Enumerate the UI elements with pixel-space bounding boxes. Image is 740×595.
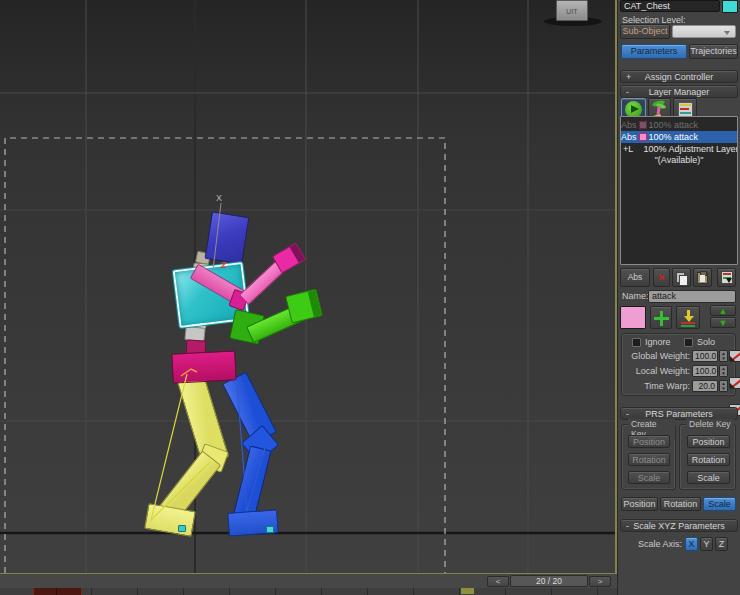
layer-weights-group: Ignore Solo Global Weight: 100.0 ▲ ▼ Loc… (621, 333, 736, 396)
global-weight-field[interactable]: 100.0 (692, 350, 718, 362)
layer-row-attack-selected[interactable]: Abs100% attack (621, 131, 737, 143)
layer-type-label: Abs (621, 120, 637, 130)
ignore-checkbox[interactable] (632, 338, 641, 347)
delete-key-title: Delete Key (686, 419, 734, 429)
layer-name-field[interactable]: attack (648, 290, 736, 303)
scale-axis-x-button-active[interactable]: X (685, 537, 698, 551)
layer-color-icon (639, 121, 647, 129)
sub-object-button[interactable]: Sub-Object (620, 24, 670, 39)
delete-icon: × (654, 269, 669, 285)
scale-axis-label: Scale Axis: (632, 539, 682, 549)
layer-name-label: 100% attack (649, 132, 699, 142)
create-key-group: Create Key Position Rotation Scale (621, 424, 676, 490)
layer-name-label: Name: (622, 291, 649, 301)
layer-color-icon (639, 133, 647, 141)
time-position-marker (461, 588, 474, 594)
solo-label: Solo (697, 337, 715, 347)
local-weight-label: Local Weight: (624, 365, 690, 377)
spinner-down-icon[interactable]: ▼ (720, 356, 727, 361)
layer-type-label: +L (623, 144, 633, 154)
create-key-position-button[interactable]: Position (628, 435, 670, 448)
viewport[interactable]: UIT X Z (0, 0, 615, 573)
import-down-arrow-icon (677, 307, 699, 328)
track-bar[interactable] (0, 588, 617, 595)
layer-row-adjustment[interactable]: +L 100% Adjustment Layer "(Available)" (621, 143, 737, 165)
object-color-swatch[interactable] (722, 0, 738, 13)
next-frame-button[interactable]: > (589, 576, 611, 587)
layer-type-label: Abs (621, 132, 637, 142)
prs-scale-button-active[interactable]: Scale (703, 497, 736, 511)
prs-rotation-button[interactable]: Rotation (660, 497, 701, 511)
time-warp-field[interactable]: 20.0 (692, 380, 718, 392)
rig-blue-ankle-marker (266, 526, 274, 533)
local-weight-field[interactable]: 100.0 (692, 365, 718, 377)
copy-icon (676, 272, 687, 284)
delete-key-group: Delete Key Position Rotation Scale (679, 424, 736, 490)
rollout-layer-manager[interactable]: - Layer Manager (620, 85, 738, 98)
layer-row-ghost: Abs100% attack (621, 119, 737, 131)
viewport-grid (0, 0, 615, 573)
keyframe-markers (33, 588, 82, 595)
ignore-label: Ignore (645, 337, 671, 347)
layer-color-swatch[interactable] (620, 306, 646, 329)
copy-layer-button[interactable] (672, 268, 691, 287)
distant-scene-object[interactable]: UIT (556, 0, 588, 21)
rollout-collapse-icon: - (626, 86, 629, 98)
rollout-title: PRS Parameters (645, 409, 713, 419)
global-weight-label: Global Weight: (624, 350, 690, 362)
object-name-field[interactable]: CAT_Chest (620, 0, 720, 12)
tab-parameters[interactable]: Parameters (621, 44, 687, 59)
scale-axis-z-button[interactable]: Z (715, 537, 728, 551)
collapse-layers-icon (721, 271, 733, 284)
rig-yellow-ankle-marker (178, 525, 186, 532)
rollout-scale-xyz-parameters[interactable]: - Scale XYZ Parameters (620, 519, 738, 532)
tab-trajectories[interactable]: Trajectories (689, 44, 738, 59)
rollout-title: Scale XYZ Parameters (633, 521, 725, 531)
insert-layer-button[interactable] (676, 306, 700, 329)
create-key-rotation-button[interactable]: Rotation (628, 453, 670, 466)
time-warp-label: Time Warp: (624, 380, 690, 392)
paste-layer-button[interactable] (693, 268, 712, 287)
rollout-title: Layer Manager (649, 87, 710, 97)
set-absolute-layer-button[interactable]: Abs (620, 268, 650, 287)
arrow-down-icon: ▼ (711, 318, 735, 328)
move-layer-down-button[interactable]: ▼ (710, 317, 736, 328)
rollout-collapse-icon: - (626, 520, 629, 532)
paste-icon (697, 272, 708, 284)
solo-checkbox[interactable] (684, 338, 693, 347)
time-slider-bar[interactable]: < 20 / 20 > (0, 574, 617, 588)
transform-gizmo-button[interactable] (650, 306, 672, 329)
sub-object-level-dropdown[interactable] (672, 25, 736, 38)
motion-command-panel: CAT_Chest Selection Level: Sub-Object Pa… (618, 0, 740, 595)
rollout-assign-controller[interactable]: + Assign Controller (620, 70, 738, 83)
time-warp-spinner[interactable]: ▲ ▼ (719, 380, 728, 392)
global-weight-spinner[interactable]: ▲ ▼ (719, 350, 728, 362)
previous-frame-button[interactable]: < (487, 576, 509, 587)
create-key-scale-button[interactable]: Scale (628, 471, 670, 484)
layer-list[interactable]: Abs100% attack Abs100% attack +L 100% Ad… (620, 116, 738, 265)
delete-key-rotation-button[interactable]: Rotation (687, 453, 730, 466)
current-frame-display[interactable]: 20 / 20 (510, 575, 588, 587)
delete-key-scale-button[interactable]: Scale (687, 471, 730, 484)
rig-pelvis[interactable] (171, 350, 236, 383)
global-weight-curve-button[interactable] (729, 350, 740, 362)
move-layer-up-button[interactable]: ▲ (710, 305, 736, 316)
spinner-down-icon[interactable]: ▼ (720, 386, 727, 391)
delete-key-position-button[interactable]: Position (687, 435, 730, 448)
local-weight-curve-button[interactable] (729, 377, 740, 389)
prs-position-button[interactable]: Position (621, 497, 658, 511)
layer-ranges-icon (678, 102, 693, 117)
local-weight-spinner[interactable]: ▲ ▼ (719, 365, 728, 377)
arrow-up-icon: ▲ (711, 306, 735, 316)
collapse-layer-button[interactable] (717, 268, 736, 287)
rig-head[interactable] (204, 211, 249, 264)
delete-layer-button[interactable]: × (653, 268, 670, 287)
spinner-down-icon[interactable]: ▼ (720, 371, 727, 376)
3dsmax-window: UIT X Z (0, 0, 740, 595)
move-arrows-icon (651, 307, 671, 328)
rollout-title: Assign Controller (645, 72, 714, 82)
layer-availability-label: "(Available)" (621, 155, 737, 165)
scale-axis-y-button[interactable]: Y (700, 537, 713, 551)
rollout-expand-icon: + (626, 71, 631, 83)
layer-name-label: 100% attack (649, 120, 699, 130)
